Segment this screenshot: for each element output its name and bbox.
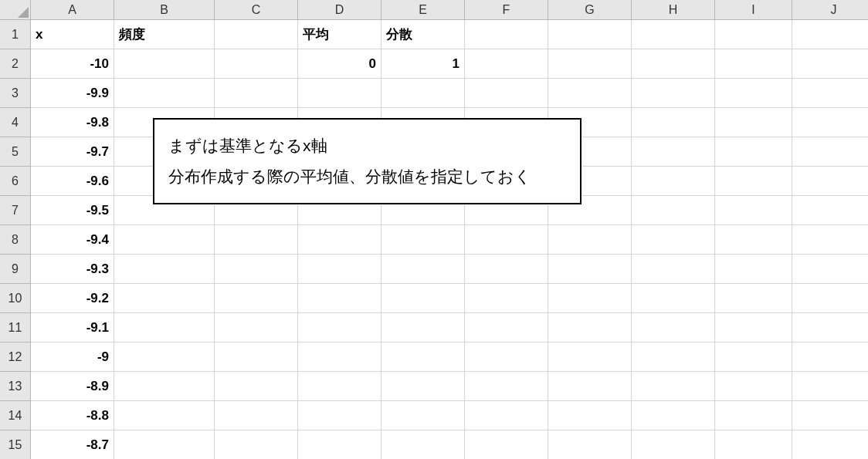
cell-J2[interactable] bbox=[792, 49, 868, 79]
cell-H3[interactable] bbox=[632, 79, 715, 108]
cell-F12[interactable] bbox=[465, 343, 548, 372]
cell-G3[interactable] bbox=[548, 79, 632, 108]
cell-J6[interactable] bbox=[792, 167, 868, 196]
cell-I5[interactable] bbox=[715, 137, 792, 167]
cell-A10[interactable]: -9.2 bbox=[31, 284, 114, 313]
cell-A7[interactable]: -9.5 bbox=[31, 196, 114, 225]
cell-J10[interactable] bbox=[792, 284, 868, 313]
cell-D8[interactable] bbox=[298, 225, 381, 255]
row-header-14[interactable]: 14 bbox=[0, 401, 31, 430]
cell-E3[interactable] bbox=[381, 79, 465, 108]
cell-A12[interactable]: -9 bbox=[31, 343, 114, 372]
cell-J7[interactable] bbox=[792, 196, 868, 225]
cell-I14[interactable] bbox=[715, 401, 792, 430]
cell-A13[interactable]: -8.9 bbox=[31, 372, 114, 401]
cell-H12[interactable] bbox=[632, 343, 715, 372]
row-header-10[interactable]: 10 bbox=[0, 284, 31, 313]
cell-H11[interactable] bbox=[632, 313, 715, 343]
col-header-B[interactable]: B bbox=[114, 0, 215, 20]
cell-D9[interactable] bbox=[298, 255, 381, 284]
annotation-textbox[interactable]: まずは基準となるx軸 分布作成する際の平均値、分散値を指定しておく bbox=[153, 118, 581, 204]
row-header-4[interactable]: 4 bbox=[0, 108, 31, 137]
row-header-11[interactable]: 11 bbox=[0, 313, 31, 343]
row-header-8[interactable]: 8 bbox=[0, 225, 31, 255]
cell-H8[interactable] bbox=[632, 225, 715, 255]
cell-H6[interactable] bbox=[632, 167, 715, 196]
cell-A1[interactable]: x bbox=[31, 20, 114, 49]
cell-I3[interactable] bbox=[715, 79, 792, 108]
cell-J9[interactable] bbox=[792, 255, 868, 284]
cell-I11[interactable] bbox=[715, 313, 792, 343]
cell-A4[interactable]: -9.8 bbox=[31, 108, 114, 137]
cell-B8[interactable] bbox=[114, 225, 215, 255]
cell-D14[interactable] bbox=[298, 401, 381, 430]
row-header-6[interactable]: 6 bbox=[0, 167, 31, 196]
cell-J5[interactable] bbox=[792, 137, 868, 167]
cell-E12[interactable] bbox=[381, 343, 465, 372]
cell-F8[interactable] bbox=[465, 225, 548, 255]
cell-C3[interactable] bbox=[215, 79, 298, 108]
cell-H13[interactable] bbox=[632, 372, 715, 401]
col-header-F[interactable]: F bbox=[465, 0, 548, 20]
cell-J11[interactable] bbox=[792, 313, 868, 343]
row-header-13[interactable]: 13 bbox=[0, 372, 31, 401]
cell-E2[interactable]: 1 bbox=[381, 49, 465, 79]
cell-B14[interactable] bbox=[114, 401, 215, 430]
cell-H2[interactable] bbox=[632, 49, 715, 79]
cell-J4[interactable] bbox=[792, 108, 868, 137]
cell-G12[interactable] bbox=[548, 343, 632, 372]
cell-C12[interactable] bbox=[215, 343, 298, 372]
cell-F3[interactable] bbox=[465, 79, 548, 108]
cell-I12[interactable] bbox=[715, 343, 792, 372]
cell-J14[interactable] bbox=[792, 401, 868, 430]
col-header-A[interactable]: A bbox=[31, 0, 114, 20]
cell-J15[interactable] bbox=[792, 430, 868, 459]
cell-E15[interactable] bbox=[381, 430, 465, 459]
cell-I9[interactable] bbox=[715, 255, 792, 284]
cell-D11[interactable] bbox=[298, 313, 381, 343]
col-header-H[interactable]: H bbox=[632, 0, 715, 20]
cell-F11[interactable] bbox=[465, 313, 548, 343]
row-header-3[interactable]: 3 bbox=[0, 79, 31, 108]
cell-D1[interactable]: 平均 bbox=[298, 20, 381, 49]
cell-H15[interactable] bbox=[632, 430, 715, 459]
cell-A11[interactable]: -9.1 bbox=[31, 313, 114, 343]
cell-I10[interactable] bbox=[715, 284, 792, 313]
cell-B2[interactable] bbox=[114, 49, 215, 79]
row-header-15[interactable]: 15 bbox=[0, 430, 31, 459]
cell-D2[interactable]: 0 bbox=[298, 49, 381, 79]
cell-I4[interactable] bbox=[715, 108, 792, 137]
cell-H5[interactable] bbox=[632, 137, 715, 167]
row-header-2[interactable]: 2 bbox=[0, 49, 31, 79]
cell-A5[interactable]: -9.7 bbox=[31, 137, 114, 167]
cell-G11[interactable] bbox=[548, 313, 632, 343]
cell-G9[interactable] bbox=[548, 255, 632, 284]
row-header-1[interactable]: 1 bbox=[0, 20, 31, 49]
cell-I1[interactable] bbox=[715, 20, 792, 49]
cell-E10[interactable] bbox=[381, 284, 465, 313]
cell-H1[interactable] bbox=[632, 20, 715, 49]
cell-C10[interactable] bbox=[215, 284, 298, 313]
select-all-corner[interactable] bbox=[0, 0, 31, 20]
cell-E11[interactable] bbox=[381, 313, 465, 343]
cell-I6[interactable] bbox=[715, 167, 792, 196]
cell-C8[interactable] bbox=[215, 225, 298, 255]
cell-J12[interactable] bbox=[792, 343, 868, 372]
cell-A6[interactable]: -9.6 bbox=[31, 167, 114, 196]
cell-A3[interactable]: -9.9 bbox=[31, 79, 114, 108]
cell-C2[interactable] bbox=[215, 49, 298, 79]
row-header-7[interactable]: 7 bbox=[0, 196, 31, 225]
cell-D15[interactable] bbox=[298, 430, 381, 459]
cell-E8[interactable] bbox=[381, 225, 465, 255]
cell-B12[interactable] bbox=[114, 343, 215, 372]
cell-B9[interactable] bbox=[114, 255, 215, 284]
cell-E14[interactable] bbox=[381, 401, 465, 430]
cell-F15[interactable] bbox=[465, 430, 548, 459]
cell-G13[interactable] bbox=[548, 372, 632, 401]
cell-F10[interactable] bbox=[465, 284, 548, 313]
cell-A2[interactable]: -10 bbox=[31, 49, 114, 79]
cell-H4[interactable] bbox=[632, 108, 715, 137]
row-header-12[interactable]: 12 bbox=[0, 343, 31, 372]
cell-C15[interactable] bbox=[215, 430, 298, 459]
cell-B13[interactable] bbox=[114, 372, 215, 401]
